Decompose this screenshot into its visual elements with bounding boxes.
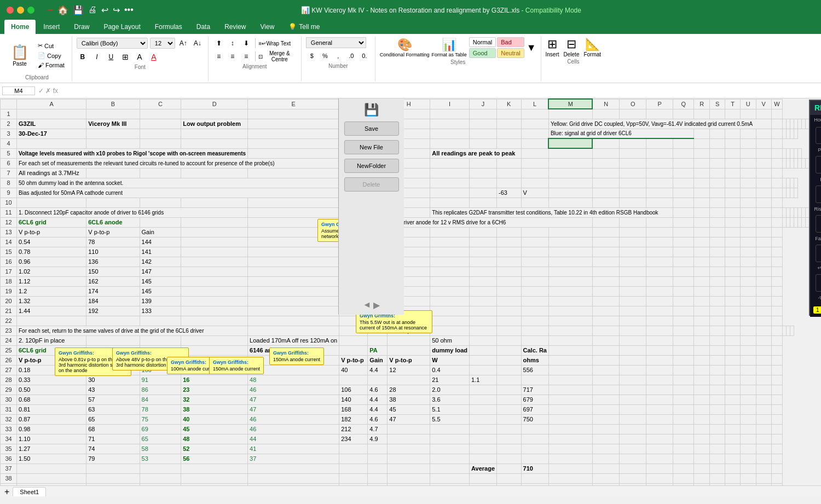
cell-p39[interactable] [646, 483, 673, 485]
cell-u10[interactable] [741, 198, 756, 207]
cell-f29[interactable]: 106 [339, 385, 368, 395]
cell-b21[interactable]: 192 [86, 306, 140, 316]
cell-p30[interactable] [646, 395, 673, 404]
cell-q20[interactable] [673, 296, 694, 306]
cell-h5[interactable] [548, 148, 592, 158]
cell-r22[interactable] [694, 316, 710, 326]
cell-o2[interactable] [783, 119, 787, 129]
cell-l19[interactable] [521, 286, 548, 296]
cell-d39[interactable] [181, 483, 248, 485]
cell-j1[interactable] [470, 109, 497, 119]
cell-t25[interactable] [725, 345, 741, 355]
cell-j25[interactable] [470, 345, 497, 355]
cell-t19[interactable] [725, 286, 741, 296]
cell-s6[interactable] [790, 158, 794, 168]
cell-h6[interactable] [620, 158, 646, 168]
cell-h24[interactable] [388, 335, 430, 345]
cell-l3[interactable] [521, 129, 548, 138]
cell-h27[interactable]: 12 [388, 365, 430, 375]
cell-q2[interactable] [790, 119, 794, 129]
cell-t26[interactable] [725, 355, 741, 365]
cell-m14[interactable] [548, 237, 592, 247]
cell-w4[interactable] [771, 138, 782, 148]
width-plus-button[interactable]: ⊞ [816, 245, 822, 262]
cell-w10[interactable] [771, 198, 782, 207]
cell-v9[interactable] [790, 188, 794, 198]
cell-v15[interactable] [756, 247, 771, 257]
row-header-18[interactable]: 18 [1, 276, 17, 286]
cell-m27[interactable] [548, 365, 592, 375]
cell-e24[interactable]: Loaded 170mA off res 120mA on [248, 335, 339, 345]
cell-q27[interactable] [673, 365, 694, 375]
cell-j29[interactable] [470, 385, 497, 395]
cell-a23[interactable]: For each set, return to the same valves … [17, 326, 248, 335]
cell-r30[interactable] [694, 395, 710, 404]
cell-t8[interactable] [783, 178, 787, 188]
cell-n31[interactable] [592, 404, 619, 414]
cell-l10[interactable] [521, 198, 548, 207]
cell-n33[interactable] [592, 424, 619, 434]
cell-v6[interactable] [802, 158, 806, 168]
cell-s9[interactable] [771, 188, 782, 198]
cell-q32[interactable] [673, 414, 694, 424]
cell-f27[interactable]: 40 [339, 365, 368, 375]
col-header-d[interactable]: D [181, 99, 248, 109]
cell-a2[interactable]: G3ZIL [17, 119, 86, 129]
cell-n35[interactable] [592, 444, 619, 454]
cell-k23[interactable] [592, 326, 619, 335]
cell-s27[interactable] [710, 365, 725, 375]
cell-i24[interactable]: 50 ohm [430, 335, 470, 345]
cell-j13[interactable] [470, 227, 497, 237]
cell-p29[interactable] [646, 385, 673, 395]
cell-t36[interactable] [725, 454, 741, 464]
cell-t33[interactable] [725, 424, 741, 434]
tab-insert[interactable]: Insert [37, 20, 66, 34]
cell-c15[interactable]: 141 [140, 247, 181, 257]
cell-q8[interactable] [741, 178, 756, 188]
cell-v38[interactable] [756, 473, 771, 483]
cell-u38[interactable] [741, 473, 756, 483]
cell-p7[interactable] [646, 168, 673, 178]
cell-b11[interactable] [248, 207, 339, 217]
cell-j37[interactable]: Average [470, 464, 497, 473]
cell-l32[interactable]: 750 [521, 414, 548, 424]
cell-u3[interactable] [787, 129, 790, 138]
cell-h33[interactable] [388, 424, 430, 434]
cell-s3[interactable] [771, 129, 782, 138]
cell-f34[interactable]: 234 [339, 434, 368, 444]
cell-s25[interactable] [710, 345, 725, 355]
cell-e18[interactable] [248, 276, 339, 286]
cell-i4[interactable] [430, 138, 470, 148]
cell-w19[interactable] [771, 286, 782, 296]
cell-c20[interactable]: 139 [140, 296, 181, 306]
cell-c22[interactable] [140, 316, 181, 326]
cell-t34[interactable] [725, 434, 741, 444]
cell-v22[interactable] [756, 316, 771, 326]
cell-o33[interactable] [620, 424, 646, 434]
cell-u23[interactable] [783, 326, 787, 335]
cell-a37[interactable] [17, 464, 86, 473]
cell-m1[interactable] [548, 109, 592, 119]
cell-i11[interactable] [710, 207, 725, 217]
cell-s28[interactable] [710, 375, 725, 385]
cell-a34[interactable]: 1.10 [17, 434, 86, 444]
cell-e21[interactable] [248, 306, 339, 316]
cell-o22[interactable] [620, 316, 646, 326]
cell-v25[interactable] [756, 345, 771, 355]
cell-g5[interactable] [521, 148, 548, 158]
cell-l33[interactable] [521, 424, 548, 434]
cell-v12[interactable] [802, 217, 806, 227]
cell-c16[interactable]: 142 [140, 257, 181, 267]
row-header-32[interactable]: 32 [1, 414, 17, 424]
cell-t29[interactable] [725, 385, 741, 395]
col-header-a[interactable]: A [17, 99, 86, 109]
cell-a10[interactable] [17, 198, 86, 207]
cell-a20[interactable]: 1.32 [17, 296, 86, 306]
cell-p14[interactable] [646, 237, 673, 247]
cell-j4[interactable] [470, 138, 497, 148]
cell-c19[interactable]: 145 [140, 286, 181, 296]
tab-data[interactable]: Data [190, 20, 217, 34]
cell-w5[interactable] [798, 148, 802, 158]
cell-b7[interactable] [86, 168, 140, 178]
cell-a33[interactable]: 0.98 [17, 424, 86, 434]
